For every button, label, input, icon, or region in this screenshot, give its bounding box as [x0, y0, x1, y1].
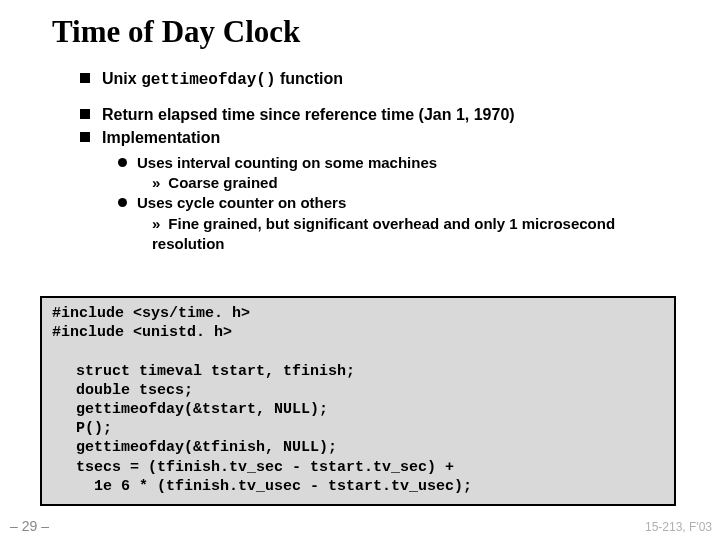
- sub-bullet-text: Uses interval counting on some machines: [137, 154, 437, 171]
- bullet-item: Implementation: [80, 127, 680, 149]
- page-number: – 29 –: [10, 518, 49, 534]
- code-block: #include <sys/time. h> #include <unistd.…: [40, 296, 676, 506]
- code-line: #include <unistd. h>: [52, 324, 232, 341]
- bullet-list: Unix gettimeofday() function Return elap…: [80, 68, 680, 254]
- code-line: #include <sys/time. h>: [52, 305, 250, 322]
- footer-right: 15-213, F'03: [645, 520, 712, 534]
- code-line: tsecs = (tfinish.tv_sec - tstart.tv_sec)…: [76, 458, 664, 477]
- slide: Time of Day Clock Unix gettimeofday() fu…: [0, 0, 720, 540]
- subsub-bullet-item: »Fine grained, but significant overhead …: [152, 214, 672, 255]
- code-line: gettimeofday(&tfinish, NULL);: [76, 438, 664, 457]
- bullet-item: Unix gettimeofday() function: [80, 68, 680, 92]
- code-line: double tsecs;: [76, 381, 664, 400]
- bullet-item: Return elapsed time since reference time…: [80, 104, 680, 126]
- bullet-text: Implementation: [102, 129, 220, 146]
- disc-bullet-icon: [118, 158, 127, 167]
- square-bullet-icon: [80, 132, 90, 142]
- sub-bullet-item: Uses cycle counter on others: [118, 193, 680, 213]
- code-line: 1e 6 * (tfinish.tv_usec - tstart.tv_usec…: [76, 477, 664, 496]
- raquo-bullet-icon: »: [152, 214, 160, 234]
- subsub-bullet-item: »Coarse grained: [152, 173, 680, 193]
- subsub-bullet-text: Coarse grained: [168, 174, 277, 191]
- slide-title: Time of Day Clock: [52, 14, 300, 50]
- sub-bullet-item: Uses interval counting on some machines: [118, 153, 680, 173]
- code-line: struct timeval tstart, tfinish;: [76, 362, 664, 381]
- bullet-text-mono: gettimeofday(): [141, 71, 275, 89]
- raquo-bullet-icon: »: [152, 173, 160, 193]
- code-line: gettimeofday(&tstart, NULL);: [76, 400, 664, 419]
- square-bullet-icon: [80, 73, 90, 83]
- subsub-bullet-text: Fine grained, but significant overhead a…: [152, 215, 615, 252]
- square-bullet-icon: [80, 109, 90, 119]
- bullet-text-post: function: [276, 70, 344, 87]
- disc-bullet-icon: [118, 198, 127, 207]
- bullet-text: Return elapsed time since reference time…: [102, 106, 515, 123]
- bullet-text-pre: Unix: [102, 70, 141, 87]
- code-line: P();: [76, 419, 664, 438]
- sub-bullet-text: Uses cycle counter on others: [137, 194, 346, 211]
